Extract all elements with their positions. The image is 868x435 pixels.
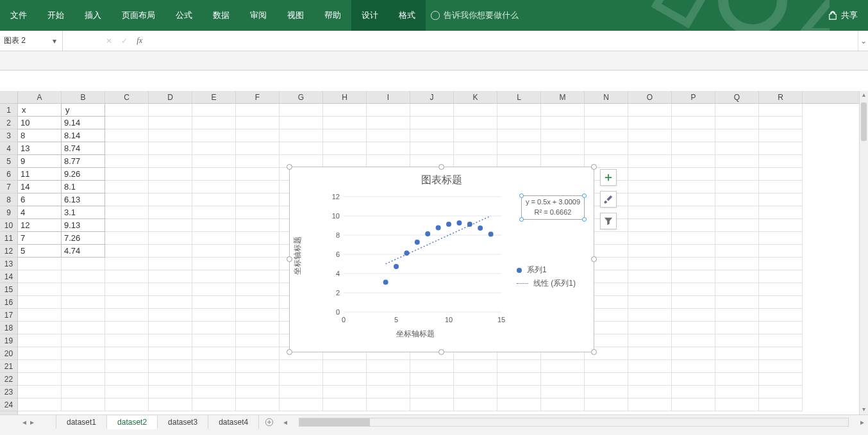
- ribbon-tab-review[interactable]: 审阅: [240, 0, 277, 31]
- cell[interactable]: [236, 322, 280, 334]
- legend-series[interactable]: 系列1: [517, 265, 583, 275]
- cell[interactable]: [149, 360, 192, 373]
- cell[interactable]: [192, 373, 236, 386]
- cell[interactable]: [454, 386, 497, 398]
- cell[interactable]: [541, 129, 585, 142]
- cell[interactable]: [497, 129, 541, 142]
- cell[interactable]: [192, 168, 236, 181]
- cell[interactable]: [628, 155, 672, 168]
- cell[interactable]: [192, 155, 236, 168]
- share-button[interactable]: 共享: [818, 10, 868, 21]
- cell[interactable]: [62, 283, 105, 296]
- row-header[interactable]: 17: [0, 309, 17, 322]
- cell[interactable]: [105, 232, 149, 245]
- plot-area[interactable]: 024681012051015: [326, 194, 505, 316]
- chart-handle[interactable]: [591, 256, 597, 262]
- cell[interactable]: [105, 206, 149, 219]
- row-header[interactable]: 24: [0, 398, 17, 411]
- column-header[interactable]: A: [18, 91, 62, 103]
- cell[interactable]: [454, 117, 497, 129]
- cell[interactable]: [149, 181, 192, 193]
- column-header[interactable]: G: [280, 91, 323, 103]
- ribbon-tab-layout[interactable]: 页面布局: [112, 0, 165, 31]
- x-axis-title[interactable]: 坐标轴标题: [326, 329, 505, 340]
- cell[interactable]: [105, 334, 149, 347]
- cell[interactable]: [759, 309, 803, 322]
- cell[interactable]: [715, 270, 759, 283]
- cell[interactable]: [18, 347, 62, 360]
- cell[interactable]: [105, 155, 149, 168]
- worksheet-grid[interactable]: ABCDEFGHIJKLMNOPQR 123456789101112131415…: [0, 91, 868, 414]
- cell[interactable]: [672, 334, 715, 347]
- cell[interactable]: [236, 245, 280, 258]
- cell[interactable]: [367, 360, 410, 373]
- cell[interactable]: [105, 322, 149, 334]
- cell[interactable]: [236, 309, 280, 322]
- row-header[interactable]: 10: [0, 219, 17, 232]
- cell[interactable]: [585, 386, 628, 398]
- cell[interactable]: [759, 386, 803, 398]
- cell[interactable]: [715, 104, 759, 117]
- cell[interactable]: [672, 258, 715, 270]
- cell[interactable]: [18, 398, 62, 411]
- trendline-equation-box[interactable]: y = 0.5x + 3.0009 R² = 0.6662: [521, 195, 585, 220]
- cell[interactable]: [672, 398, 715, 411]
- chart-handle[interactable]: [438, 164, 444, 170]
- cell[interactable]: 8.1: [62, 181, 105, 193]
- ribbon-tab-home[interactable]: 开始: [37, 0, 74, 31]
- row-header[interactable]: 1: [0, 104, 17, 117]
- cell[interactable]: 11: [18, 168, 62, 181]
- ribbon-tab-file[interactable]: 文件: [0, 0, 37, 31]
- cell[interactable]: [149, 129, 192, 142]
- row-header[interactable]: 11: [0, 232, 17, 245]
- sheet-nav-prev-icon[interactable]: ◂: [22, 418, 26, 427]
- cell[interactable]: [62, 322, 105, 334]
- chart-handle[interactable]: [287, 349, 292, 355]
- cell[interactable]: [628, 245, 672, 258]
- cell[interactable]: [759, 322, 803, 334]
- cell[interactable]: [672, 373, 715, 386]
- cell[interactable]: [280, 360, 323, 373]
- cell[interactable]: [149, 168, 192, 181]
- cell[interactable]: [497, 398, 541, 411]
- cell[interactable]: [759, 360, 803, 373]
- cell[interactable]: 10: [18, 117, 62, 129]
- cell[interactable]: [62, 386, 105, 398]
- cell[interactable]: [628, 296, 672, 309]
- column-header[interactable]: L: [497, 91, 541, 103]
- select-all-corner[interactable]: [0, 91, 18, 104]
- cell[interactable]: [149, 347, 192, 360]
- cell[interactable]: [236, 168, 280, 181]
- cell[interactable]: 7.26: [62, 232, 105, 245]
- cell[interactable]: [628, 322, 672, 334]
- cell[interactable]: [236, 296, 280, 309]
- cell[interactable]: [585, 360, 628, 373]
- cell[interactable]: [192, 360, 236, 373]
- cell[interactable]: [454, 360, 497, 373]
- column-header[interactable]: D: [149, 91, 192, 103]
- cell[interactable]: [236, 104, 280, 117]
- name-box-dropdown-icon[interactable]: ▾: [51, 37, 58, 45]
- cell[interactable]: [672, 386, 715, 398]
- cell[interactable]: [759, 193, 803, 206]
- cell[interactable]: [759, 245, 803, 258]
- cell[interactable]: [280, 104, 323, 117]
- cell[interactable]: [628, 360, 672, 373]
- cell[interactable]: [18, 360, 62, 373]
- cell[interactable]: [62, 334, 105, 347]
- cell[interactable]: [628, 283, 672, 296]
- row-header[interactable]: 7: [0, 181, 17, 193]
- cell[interactable]: [628, 206, 672, 219]
- cell[interactable]: 8.77: [62, 155, 105, 168]
- cell[interactable]: [672, 206, 715, 219]
- cell[interactable]: [149, 232, 192, 245]
- cell[interactable]: [759, 232, 803, 245]
- cell[interactable]: [672, 104, 715, 117]
- cell[interactable]: [149, 245, 192, 258]
- cell[interactable]: [628, 373, 672, 386]
- cell[interactable]: [497, 142, 541, 155]
- cell[interactable]: [715, 232, 759, 245]
- row-header[interactable]: 16: [0, 296, 17, 309]
- cell[interactable]: [759, 334, 803, 347]
- cell[interactable]: [628, 270, 672, 283]
